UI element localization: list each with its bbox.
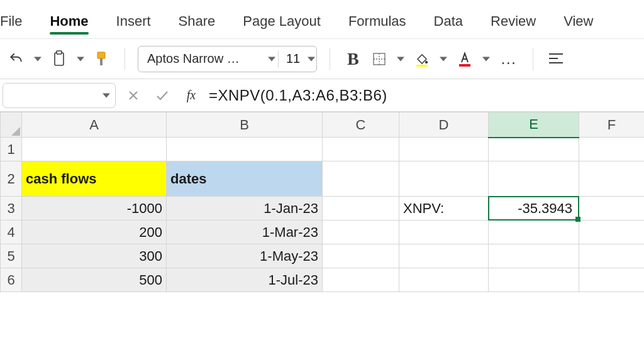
cell-D3[interactable]: XNPV:	[399, 197, 489, 221]
cell-E4[interactable]	[489, 221, 579, 244]
svg-rect-2	[97, 52, 105, 58]
cell-E1[interactable]	[489, 138, 579, 161]
toolbar-separator	[533, 48, 533, 70]
tab-data[interactable]: Data	[420, 9, 477, 38]
svg-rect-1	[57, 51, 62, 54]
row-head-4[interactable]: 4	[1, 221, 22, 244]
cell-B4[interactable]: 1-Mar-23	[167, 221, 323, 244]
clipboard-dropdown-icon[interactable]	[75, 49, 86, 69]
cell-F6[interactable]	[579, 268, 645, 292]
clipboard-icon[interactable]	[49, 49, 69, 69]
tab-file[interactable]: File	[0, 9, 36, 38]
fx-icon[interactable]: fx	[180, 83, 203, 108]
formula-text[interactable]: =XNPV(0.1,A3:A6,B3:B6)	[209, 87, 387, 104]
row-head-5[interactable]: 5	[1, 244, 22, 268]
cell-F5[interactable]	[579, 244, 645, 268]
cell-B1[interactable]	[167, 138, 323, 161]
cell-C3[interactable]	[323, 197, 399, 221]
cell-B6[interactable]: 1-Jul-23	[167, 268, 323, 292]
cell-D1[interactable]	[399, 138, 489, 161]
tab-insert[interactable]: Insert	[103, 9, 165, 38]
cell-B2[interactable]: dates	[167, 161, 323, 197]
cell-A2[interactable]: cash flows	[22, 161, 167, 197]
cell-F2[interactable]	[579, 161, 645, 197]
cell-A5[interactable]: 300	[22, 244, 167, 268]
svg-rect-7	[459, 64, 470, 67]
row-head-1[interactable]: 1	[1, 138, 22, 161]
cell-F3[interactable]	[579, 197, 645, 221]
toolbar-separator	[330, 48, 330, 70]
fill-color-dropdown-icon[interactable]	[438, 49, 448, 69]
spreadsheet-grid[interactable]: A B C D E F 1 2 cash flows dates 3	[0, 112, 644, 338]
cell-D2[interactable]	[399, 161, 489, 197]
svg-rect-3	[100, 58, 103, 65]
bold-button[interactable]: B	[343, 49, 363, 69]
row-head-6[interactable]: 6	[1, 268, 22, 292]
toolbar: Aptos Narrow … 11 B	[0, 39, 644, 79]
cell-C4[interactable]	[323, 221, 399, 244]
cell-E3[interactable]: -35.3943	[489, 197, 579, 221]
font-selector[interactable]: Aptos Narrow … 11	[138, 46, 317, 72]
format-painter-icon[interactable]	[92, 49, 112, 69]
undo-icon[interactable]	[6, 49, 26, 69]
col-head-F[interactable]: F	[579, 112, 645, 138]
cell-A6[interactable]: 500	[22, 268, 167, 292]
name-box[interactable]	[3, 83, 116, 108]
svg-rect-0	[55, 53, 64, 65]
cell-F1[interactable]	[579, 138, 645, 161]
cell-A1[interactable]	[22, 138, 167, 161]
tab-view[interactable]: View	[550, 9, 607, 38]
tab-home[interactable]: Home	[36, 9, 102, 38]
row-head-2[interactable]: 2	[1, 161, 22, 197]
cell-C2[interactable]	[323, 161, 399, 197]
cell-C1[interactable]	[323, 138, 399, 161]
toolbar-separator	[125, 48, 125, 70]
tab-formulas[interactable]: Formulas	[335, 9, 420, 38]
borders-icon[interactable]	[369, 49, 389, 69]
cancel-formula-icon[interactable]	[122, 83, 145, 108]
fill-color-icon[interactable]	[412, 49, 432, 69]
formula-bar: fx =XNPV(0.1,A3:A6,B3:B6)	[0, 79, 644, 112]
font-name-dropdown-icon[interactable]	[267, 49, 277, 69]
cell-D6[interactable]	[399, 268, 489, 292]
undo-dropdown-icon[interactable]	[33, 49, 43, 69]
cell-D5[interactable]	[399, 244, 489, 268]
tab-review[interactable]: Review	[477, 9, 550, 38]
tab-page-layout[interactable]: Page Layout	[229, 9, 335, 38]
font-size-value: 11	[280, 52, 306, 66]
cell-A4[interactable]: 200	[22, 221, 167, 244]
font-name-value: Aptos Narrow …	[147, 52, 267, 66]
overflow-menu-icon[interactable]: …	[497, 49, 520, 68]
col-head-D[interactable]: D	[399, 112, 489, 138]
cell-E6[interactable]	[489, 268, 579, 292]
row-head-3[interactable]: 3	[1, 197, 22, 221]
cell-B5[interactable]: 1-May-23	[167, 244, 323, 268]
cell-C6[interactable]	[323, 268, 399, 292]
cell-E5[interactable]	[489, 244, 579, 268]
cell-F4[interactable]	[579, 221, 645, 244]
borders-dropdown-icon[interactable]	[396, 49, 406, 69]
col-head-C[interactable]: C	[323, 112, 399, 138]
font-color-icon[interactable]	[455, 49, 475, 69]
ribbon-tabs: File Home Insert Share Page Layout Formu…	[0, 0, 644, 39]
cell-E2[interactable]	[489, 161, 579, 197]
col-head-E[interactable]: E	[489, 112, 579, 138]
cell-C5[interactable]	[323, 244, 399, 268]
name-box-dropdown-icon[interactable]	[103, 92, 110, 99]
col-head-B[interactable]: B	[167, 112, 323, 138]
svg-rect-6	[416, 65, 428, 67]
cell-A3[interactable]: -1000	[22, 197, 167, 221]
tab-share[interactable]: Share	[165, 9, 230, 38]
svg-point-5	[425, 60, 428, 63]
font-size-dropdown-icon[interactable]	[306, 49, 316, 69]
cell-B3[interactable]: 1-Jan-23	[167, 197, 323, 221]
col-head-A[interactable]: A	[22, 112, 167, 138]
align-left-icon[interactable]	[546, 49, 566, 69]
select-all-corner[interactable]	[1, 112, 22, 138]
font-color-dropdown-icon[interactable]	[481, 49, 491, 69]
accept-formula-icon[interactable]	[151, 83, 174, 108]
cell-D4[interactable]	[399, 221, 489, 244]
